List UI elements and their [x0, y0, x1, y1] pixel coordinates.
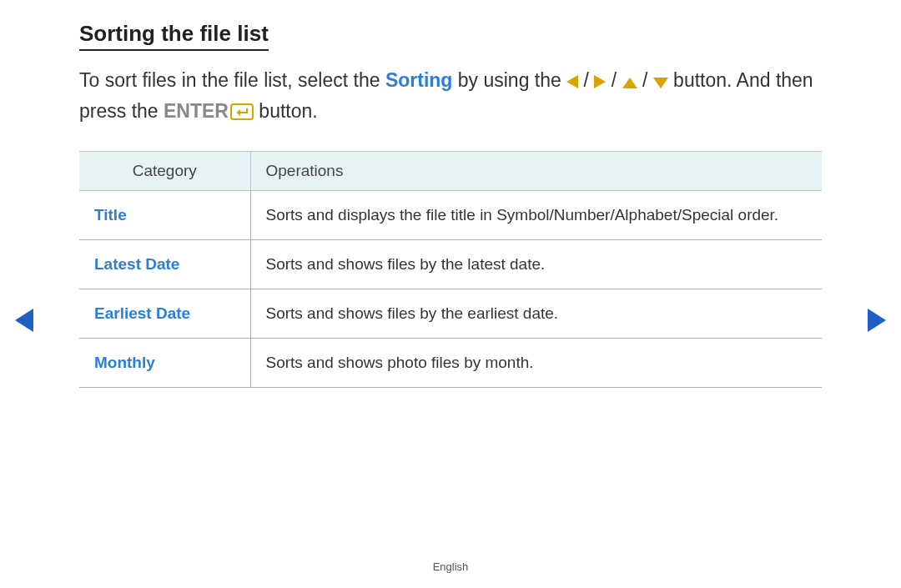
svg-marker-2 [622, 78, 637, 88]
header-category: Category [79, 152, 250, 191]
sorting-table: Category Operations Title Sorts and disp… [79, 151, 822, 388]
operation-cell: Sorts and shows files by the latest date… [250, 240, 822, 289]
separator: / [606, 69, 622, 91]
section-heading: Sorting the file list [79, 21, 269, 51]
separator: / [637, 69, 653, 91]
intro-text: button. [254, 100, 318, 122]
table-row: Earliest Date Sorts and shows files by t… [79, 289, 822, 339]
page-content: Sorting the file list To sort files in t… [0, 0, 901, 388]
table-header-row: Category Operations [79, 152, 822, 191]
enter-keyword: ENTER [164, 100, 229, 122]
operation-cell: Sorts and shows photo files by month. [250, 339, 822, 388]
category-cell: Monthly [79, 339, 250, 388]
table-row: Monthly Sorts and shows photo files by m… [79, 339, 822, 388]
up-arrow-icon [622, 68, 637, 97]
category-cell: Earliest Date [79, 289, 250, 339]
operation-cell: Sorts and displays the file title in Sym… [250, 191, 822, 240]
separator: / [578, 69, 594, 91]
intro-paragraph: To sort files in the file list, select t… [79, 66, 822, 128]
intro-text: To sort files in the file list, select t… [79, 69, 385, 91]
page-prev-arrow[interactable] [15, 309, 33, 332]
intro-text: by using the [452, 69, 566, 91]
page-next-arrow[interactable] [868, 309, 886, 332]
operation-cell: Sorts and shows files by the earliest da… [250, 289, 822, 339]
table-row: Title Sorts and displays the file title … [79, 191, 822, 240]
right-arrow-icon [594, 68, 606, 97]
footer-language: English [0, 560, 901, 573]
svg-marker-1 [594, 75, 606, 88]
enter-icon [230, 99, 254, 128]
table-row: Latest Date Sorts and shows files by the… [79, 240, 822, 289]
sorting-keyword: Sorting [385, 69, 453, 91]
header-operations: Operations [250, 152, 822, 191]
svg-marker-3 [653, 78, 668, 88]
category-cell: Latest Date [79, 240, 250, 289]
svg-marker-0 [566, 75, 578, 88]
down-arrow-icon [653, 68, 668, 97]
left-arrow-icon [566, 68, 578, 97]
category-cell: Title [79, 191, 250, 240]
